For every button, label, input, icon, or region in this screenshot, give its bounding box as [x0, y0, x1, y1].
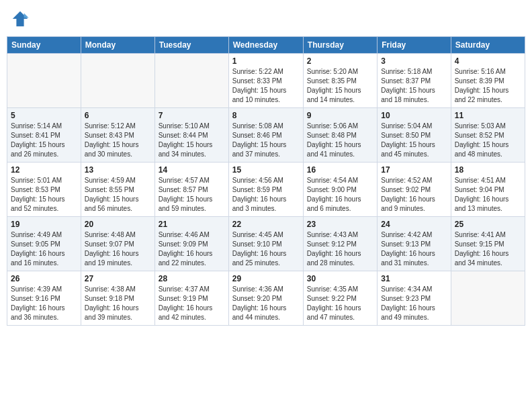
col-header-sunday: Sunday: [7, 37, 81, 54]
day-number: 8: [232, 111, 300, 120]
day-number: 14: [159, 165, 225, 175]
day-info: Sunrise: 4:52 AM Sunset: 9:02 PM Dayligh…: [381, 176, 447, 214]
day-info: Sunrise: 4:41 AM Sunset: 9:15 PM Dayligh…: [455, 230, 521, 268]
day-number: 15: [232, 165, 300, 175]
day-info: Sunrise: 5:14 AM Sunset: 8:41 PM Dayligh…: [11, 122, 77, 159]
day-number: 4: [455, 56, 521, 66]
day-info: Sunrise: 5:01 AM Sunset: 8:53 PM Dayligh…: [11, 176, 77, 214]
calendar-cell: 16Sunrise: 4:54 AM Sunset: 9:00 PM Dayli…: [303, 163, 377, 217]
calendar-cell: 21Sunrise: 4:46 AM Sunset: 9:09 PM Dayli…: [154, 217, 228, 271]
day-info: Sunrise: 4:57 AM Sunset: 8:57 PM Dayligh…: [159, 176, 225, 214]
day-number: 2: [307, 56, 373, 66]
day-info: Sunrise: 5:22 AM Sunset: 8:33 PM Dayligh…: [232, 67, 300, 105]
logo-icon: [11, 9, 30, 28]
day-number: 27: [85, 274, 151, 283]
day-number: 28: [159, 274, 225, 283]
calendar-cell: 5Sunrise: 5:14 AM Sunset: 8:41 PM Daylig…: [7, 108, 81, 163]
calendar-cell: 3Sunrise: 5:18 AM Sunset: 8:37 PM Daylig…: [378, 54, 451, 108]
day-info: Sunrise: 4:54 AM Sunset: 9:00 PM Dayligh…: [307, 176, 373, 214]
calendar-cell: 23Sunrise: 4:43 AM Sunset: 9:12 PM Dayli…: [303, 217, 377, 271]
calendar-cell: 15Sunrise: 4:56 AM Sunset: 8:59 PM Dayli…: [228, 163, 303, 217]
day-info: Sunrise: 5:18 AM Sunset: 8:37 PM Dayligh…: [381, 67, 447, 105]
day-info: Sunrise: 4:42 AM Sunset: 9:13 PM Dayligh…: [381, 230, 447, 268]
day-number: 21: [159, 220, 225, 229]
week-row-5: 26Sunrise: 4:39 AM Sunset: 9:16 PM Dayli…: [7, 271, 525, 326]
col-header-tuesday: Tuesday: [154, 37, 228, 54]
day-number: 23: [307, 220, 373, 229]
day-info: Sunrise: 5:03 AM Sunset: 8:52 PM Dayligh…: [455, 122, 521, 159]
day-number: 7: [159, 111, 225, 120]
calendar-cell: 20Sunrise: 4:48 AM Sunset: 9:07 PM Dayli…: [81, 217, 154, 271]
day-number: 11: [455, 111, 521, 120]
day-info: Sunrise: 5:12 AM Sunset: 8:43 PM Dayligh…: [85, 122, 151, 159]
calendar-cell: 28Sunrise: 4:37 AM Sunset: 9:19 PM Dayli…: [154, 271, 228, 326]
calendar-cell: 8Sunrise: 5:08 AM Sunset: 8:46 PM Daylig…: [228, 108, 303, 163]
day-info: Sunrise: 5:04 AM Sunset: 8:50 PM Dayligh…: [381, 122, 447, 159]
day-number: 1: [232, 56, 300, 66]
calendar-cell: 30Sunrise: 4:35 AM Sunset: 9:22 PM Dayli…: [303, 271, 377, 326]
day-info: Sunrise: 4:39 AM Sunset: 9:16 PM Dayligh…: [11, 285, 77, 322]
calendar-cell: 25Sunrise: 4:41 AM Sunset: 9:15 PM Dayli…: [451, 217, 525, 271]
day-info: Sunrise: 4:36 AM Sunset: 9:20 PM Dayligh…: [232, 285, 300, 322]
day-number: 29: [232, 274, 300, 283]
week-row-2: 5Sunrise: 5:14 AM Sunset: 8:41 PM Daylig…: [7, 108, 525, 163]
day-number: 31: [381, 274, 447, 283]
day-number: 13: [85, 165, 151, 175]
day-info: Sunrise: 4:59 AM Sunset: 8:55 PM Dayligh…: [85, 176, 151, 214]
day-info: Sunrise: 5:10 AM Sunset: 8:44 PM Dayligh…: [159, 122, 225, 159]
day-info: Sunrise: 4:38 AM Sunset: 9:18 PM Dayligh…: [85, 285, 151, 322]
calendar-cell: 1Sunrise: 5:22 AM Sunset: 8:33 PM Daylig…: [228, 54, 303, 108]
day-info: Sunrise: 4:56 AM Sunset: 8:59 PM Dayligh…: [232, 176, 300, 214]
calendar-cell: [81, 54, 154, 108]
day-info: Sunrise: 4:48 AM Sunset: 9:07 PM Dayligh…: [85, 230, 151, 268]
calendar-cell: 13Sunrise: 4:59 AM Sunset: 8:55 PM Dayli…: [81, 163, 154, 217]
calendar-cell: 12Sunrise: 5:01 AM Sunset: 8:53 PM Dayli…: [7, 163, 81, 217]
col-header-thursday: Thursday: [303, 37, 377, 54]
week-row-4: 19Sunrise: 4:49 AM Sunset: 9:05 PM Dayli…: [7, 217, 525, 271]
day-number: 19: [11, 220, 77, 229]
calendar-cell: 24Sunrise: 4:42 AM Sunset: 9:13 PM Dayli…: [378, 217, 451, 271]
col-header-wednesday: Wednesday: [228, 37, 303, 54]
calendar-cell: 27Sunrise: 4:38 AM Sunset: 9:18 PM Dayli…: [81, 271, 154, 326]
calendar-cell: 11Sunrise: 5:03 AM Sunset: 8:52 PM Dayli…: [451, 108, 525, 163]
day-number: 6: [85, 111, 151, 120]
calendar-cell: 22Sunrise: 4:45 AM Sunset: 9:10 PM Dayli…: [228, 217, 303, 271]
col-header-saturday: Saturday: [451, 37, 525, 54]
calendar-cell: 9Sunrise: 5:06 AM Sunset: 8:48 PM Daylig…: [303, 108, 377, 163]
day-number: 24: [381, 220, 447, 229]
day-number: 26: [11, 274, 77, 283]
day-info: Sunrise: 5:20 AM Sunset: 8:35 PM Dayligh…: [307, 67, 373, 105]
calendar-cell: 17Sunrise: 4:52 AM Sunset: 9:02 PM Dayli…: [378, 163, 451, 217]
day-info: Sunrise: 5:16 AM Sunset: 8:39 PM Dayligh…: [455, 67, 521, 105]
day-info: Sunrise: 5:06 AM Sunset: 8:48 PM Dayligh…: [307, 122, 373, 159]
calendar-cell: 31Sunrise: 4:34 AM Sunset: 9:23 PM Dayli…: [378, 271, 451, 326]
day-number: 17: [381, 165, 447, 175]
col-header-monday: Monday: [81, 37, 154, 54]
header: [7, 7, 525, 31]
day-number: 30: [307, 274, 373, 283]
day-info: Sunrise: 4:46 AM Sunset: 9:09 PM Dayligh…: [159, 230, 225, 268]
day-info: Sunrise: 4:49 AM Sunset: 9:05 PM Dayligh…: [11, 230, 77, 268]
week-row-3: 12Sunrise: 5:01 AM Sunset: 8:53 PM Dayli…: [7, 163, 525, 217]
day-number: 9: [307, 111, 373, 120]
calendar-cell: 6Sunrise: 5:12 AM Sunset: 8:43 PM Daylig…: [81, 108, 154, 163]
calendar-cell: [451, 271, 525, 326]
day-info: Sunrise: 4:34 AM Sunset: 9:23 PM Dayligh…: [381, 285, 447, 322]
day-number: 22: [232, 220, 300, 229]
calendar-cell: 29Sunrise: 4:36 AM Sunset: 9:20 PM Dayli…: [228, 271, 303, 326]
day-number: 5: [11, 111, 77, 120]
calendar-cell: [154, 54, 228, 108]
calendar-cell: 2Sunrise: 5:20 AM Sunset: 8:35 PM Daylig…: [303, 54, 377, 108]
day-number: 3: [381, 56, 447, 66]
day-number: 25: [455, 220, 521, 229]
day-info: Sunrise: 5:08 AM Sunset: 8:46 PM Dayligh…: [232, 122, 300, 159]
day-info: Sunrise: 4:37 AM Sunset: 9:19 PM Dayligh…: [159, 285, 225, 322]
day-number: 20: [85, 220, 151, 229]
calendar-cell: [7, 54, 81, 108]
calendar-cell: 7Sunrise: 5:10 AM Sunset: 8:44 PM Daylig…: [154, 108, 228, 163]
day-number: 12: [11, 165, 77, 175]
day-number: 10: [381, 111, 447, 120]
svg-marker-0: [13, 11, 28, 26]
day-number: 16: [307, 165, 373, 175]
svg-marker-1: [24, 13, 29, 18]
